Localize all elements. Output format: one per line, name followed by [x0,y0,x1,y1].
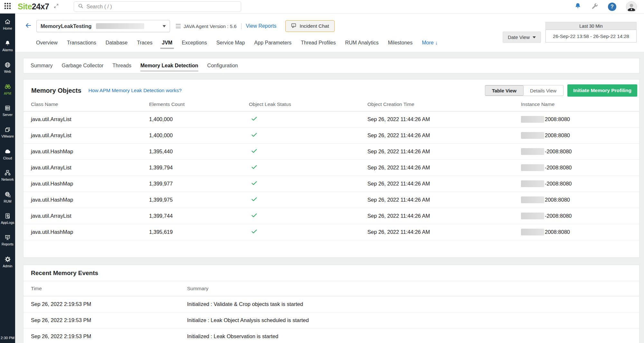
class-name-cell: java.util.ArrayList [31,116,149,122]
time-range-picker: Last 30 Min 26-Sep-22 13:58 - 26-Sep-22 … [545,22,637,43]
tab-exceptions[interactable]: Exceptions [181,39,207,49]
instance-name-text: 2008:8080 [545,229,570,235]
user-avatar[interactable] [626,1,637,12]
events-rows: Sep 26, 2022 2:19:53 PMInitialized : Val… [24,296,639,343]
tab-transactions[interactable]: Transactions [67,39,97,49]
date-view-button[interactable]: Date View [503,32,541,43]
tools-wrench-icon[interactable] [591,3,598,11]
memory-event-row: Sep 26, 2022 2:19:53 PMInitialized : Lea… [24,329,639,343]
sidebar-item-reports[interactable]: Reports [0,229,15,251]
redacted-instance-host [521,116,544,123]
sidebar-item-vmware[interactable]: VMware [0,121,15,143]
leak-status-cell [249,148,367,156]
leak-ok-check-icon [251,228,258,235]
event-summary-cell: Initialized : Leak Observation is starte… [187,333,639,339]
details-view-toggle[interactable]: Details View [523,85,563,96]
memory-objects-rows: java.util.ArrayList1,400,000Sep 26, 2022… [24,111,639,240]
sidebar-item-alarms[interactable]: Alarms [0,35,15,57]
subtab-configuration[interactable]: Configuration [207,58,238,73]
redacted-instance-host [521,164,544,171]
notifications-bell-icon[interactable] [574,2,582,11]
sidebar-item-applogs[interactable]: AppLogs [0,208,15,229]
tab-overview[interactable]: Overview [36,39,58,49]
site24x7-logo[interactable]: Site24x7 [18,2,49,11]
tab-database[interactable]: Database [105,39,128,49]
elements-count-cell: 1,399,794 [149,165,249,171]
memory-leak-help-link[interactable]: How APM Memory Leak Detection works? [89,88,182,93]
home-icon [4,18,11,25]
memory-object-row: java.util.HashMap1,395,440Sep 26, 2022 1… [24,144,639,160]
tab-thread-profiles[interactable]: Thread Profiles [300,39,336,49]
sidebar-item-cloud[interactable]: Cloud [0,143,15,165]
elements-count-cell: 1,399,977 [149,181,249,187]
instance-name-text: -2008:8080 [545,165,572,171]
sidebar-clock: 2:30 PM [0,336,15,340]
initiate-memory-profiling-button[interactable]: Initiate Memory Profiling [567,84,637,97]
agent-version: JAVA Agent Version : 5.6 [184,24,237,29]
class-name-cell: java.util.ArrayList [31,213,149,219]
creation-time-cell: Sep 26, 2022 11:44:26 AM [367,116,521,122]
tab-service-map[interactable]: Service Map [216,39,245,49]
col-time: Time [31,286,187,291]
tab-jvm[interactable]: JVM [162,39,173,49]
redacted-instance-host [521,132,544,139]
tab-rum-analytics[interactable]: RUM Analytics [345,39,379,49]
instance-name-cell: 2008:8080 [521,116,640,123]
col-instance-name: Instance Name [521,101,640,107]
creation-time-cell: Sep 26, 2022 11:44:26 AM [367,197,521,203]
memory-object-row: java.util.ArrayList1,400,000Sep 26, 2022… [24,128,639,144]
sidebar-item-admin[interactable]: Admin [0,251,15,272]
instance-name-cell: -2008:8080 [521,213,640,219]
sidebar-item-server[interactable]: Server [0,100,15,121]
sidebar-item-home[interactable]: Home [0,14,15,35]
instance-name-text: 2008:8080 [545,197,570,203]
subtab-memory-leak-detection[interactable]: Memory Leak Detection [140,58,198,73]
monitor-tabs: OverviewTransactionsDatabaseTracesJVMExc… [36,39,438,49]
memory-event-row: Sep 26, 2022 2:19:53 PMInitialized : Val… [24,296,639,312]
class-name-cell: java.util.ArrayList [31,165,149,171]
monitor-select-dropdown[interactable]: MemoryLeakTesting [36,20,170,32]
subtab-threads[interactable]: Threads [112,58,131,73]
creation-time-cell: Sep 26, 2022 11:44:26 AM [367,148,521,155]
leak-ok-check-icon [251,180,258,186]
event-time-cell: Sep 26, 2022 2:19:53 PM [31,333,187,339]
leak-status-cell [249,212,367,220]
event-summary-cell: Initialize : Leak Object Analysis schedu… [187,317,639,323]
time-range-preset[interactable]: Last 30 Min [545,22,637,30]
tab-app-parameters[interactable]: App Parameters [254,39,292,49]
expand-icon[interactable] [53,3,59,10]
leak-ok-check-icon [251,115,258,122]
sidebar-item-network[interactable]: Network [0,165,15,186]
memory-object-row: java.util.ArrayList1,399,794Sep 26, 2022… [24,160,639,176]
tab-traces[interactable]: Traces [137,39,153,49]
tab-milestones[interactable]: Milestones [388,39,413,49]
content-area: MemoryLeakTesting JAVA Agent Version : 5… [15,14,644,343]
reports-icon [4,234,11,241]
back-arrow-icon[interactable] [25,22,32,30]
tab-more[interactable]: More ↓ [421,39,438,49]
creation-time-cell: Sep 26, 2022 11:44:26 AM [367,229,521,235]
global-search[interactable] [74,1,241,12]
search-input[interactable] [86,4,237,10]
class-name-cell: java.util.HashMap [31,229,149,235]
view-reports-link[interactable]: View Reports [246,23,277,29]
instance-name-text: -2008:8080 [545,181,572,187]
applogs-icon [4,213,11,219]
memory-object-row: java.util.HashMap1,399,975Sep 26, 2022 1… [24,192,639,208]
subtab-garbage-collector[interactable]: Garbage Collector [62,58,103,73]
elements-count-cell: 1,399,744 [149,213,249,219]
time-range-value[interactable]: 26-Sep-22 13:58 - 26-Sep-22 14:28 [545,30,637,43]
sidebar-item-apm[interactable]: APM [0,78,15,100]
table-view-toggle[interactable]: Table View [485,85,524,96]
leak-status-cell [249,115,367,123]
help-icon[interactable]: ? [608,3,616,11]
app-grid-icon[interactable] [5,3,11,10]
instance-name-cell: 2008:8080 [521,132,640,139]
sidebar-item-rum[interactable]: RUM [0,186,15,208]
subtab-summary[interactable]: Summary [31,58,52,73]
admin-gear-icon [4,256,11,263]
chat-bubble-icon [291,23,297,30]
incident-chat-button[interactable]: Incident Chat [285,20,334,32]
elements-count-cell: 1,395,619 [149,229,249,235]
sidebar-item-web[interactable]: Web [0,57,15,78]
